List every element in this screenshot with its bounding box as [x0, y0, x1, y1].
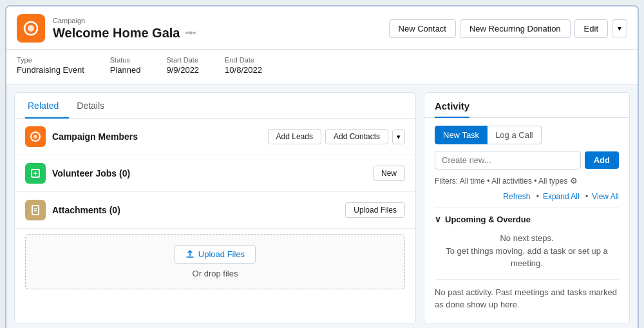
start-date-label: Start Date — [167, 56, 200, 64]
upcoming-empty: No next steps. To get things moving, add… — [435, 229, 619, 273]
header: Campaign Welcome Home Gala New Contact N… — [6, 6, 638, 50]
section-left: Campaign Members — [25, 126, 138, 147]
tab-related[interactable]: Related — [25, 93, 69, 119]
upload-drop-area: Upload Files Or drop files — [25, 234, 405, 289]
add-button[interactable]: Add — [585, 151, 619, 169]
status-value: Planned — [110, 65, 141, 75]
activity-header: Activity — [424, 93, 629, 118]
status-field: Status Planned — [110, 56, 141, 75]
type-value: Fundraising Event — [17, 65, 84, 75]
attachments-actions: Upload Files — [345, 202, 405, 218]
create-new-input[interactable] — [435, 151, 581, 169]
upcoming-line2: To get things moving, add a task or set … — [435, 245, 619, 270]
attachments-svg — [30, 204, 41, 216]
task-tabs: New Task Log a Call — [435, 126, 619, 144]
app-window: Campaign Welcome Home Gala New Contact N… — [5, 5, 639, 328]
tab-details[interactable]: Details — [74, 93, 115, 119]
campaign-members-title: Campaign Members — [52, 131, 138, 142]
type-field: Type Fundraising Event — [17, 56, 84, 75]
end-date-value: 10/8/2022 — [225, 65, 262, 75]
attachments-icon — [25, 200, 46, 220]
svg-point-2 — [189, 32, 193, 35]
members-svg — [30, 131, 41, 142]
attachments-section-left: Attachments (0) — [25, 200, 120, 220]
upcoming-title: ∨ Upcoming & Overdue — [435, 215, 619, 224]
upcoming-title-text: Upcoming & Overdue — [445, 215, 531, 224]
campaign-title-text: Welcome Home Gala — [53, 26, 180, 41]
new-contact-button[interactable]: New Contact — [389, 19, 456, 38]
dropdown-button[interactable]: ▾ — [612, 19, 627, 37]
activity-body: New Task Log a Call Add Filters: All tim… — [424, 118, 629, 323]
upcoming-line1: No next steps. — [435, 232, 619, 245]
attachments-title: Attachments (0) — [52, 205, 120, 215]
title-block: Campaign Welcome Home Gala — [53, 17, 196, 41]
expand-all-link[interactable]: Expand All — [543, 192, 588, 201]
tab-new-task[interactable]: New Task — [435, 126, 488, 144]
campaign-icon — [22, 19, 40, 37]
status-label: Status — [110, 56, 141, 64]
start-date-field: Start Date 9/9/2022 — [167, 56, 200, 75]
tabs: Related Details — [15, 93, 415, 119]
refresh-link[interactable]: Refresh — [503, 192, 539, 201]
filter-links: Refresh Expand All View All — [435, 192, 619, 201]
campaign-members-section: Campaign Members Add Leads Add Contacts … — [15, 119, 415, 155]
filters-row: Filters: All time • All activities • All… — [435, 176, 619, 186]
create-row: Add — [435, 151, 619, 169]
left-panel: Related Details Campaign Members — [14, 92, 416, 324]
end-date-field: End Date 10/8/2022 — [225, 56, 262, 75]
network-icon — [185, 27, 196, 39]
campaign-members-actions: Add Leads Add Contacts ▾ — [268, 129, 405, 144]
members-chevron-button[interactable]: ▾ — [392, 130, 405, 144]
right-panel: Activity New Task Log a Call Add Filters… — [424, 92, 630, 324]
svg-point-4 — [193, 32, 196, 34]
main-content: Related Details Campaign Members — [6, 84, 638, 328]
add-contacts-button[interactable]: Add Contacts — [325, 129, 388, 144]
start-date-value: 9/9/2022 — [167, 65, 200, 75]
svg-point-3 — [185, 32, 188, 34]
svg-point-1 — [28, 25, 34, 32]
end-date-label: End Date — [225, 56, 262, 64]
edit-button[interactable]: Edit — [574, 19, 608, 38]
upcoming-chevron-icon: ∨ — [435, 215, 441, 224]
app-icon — [17, 14, 45, 43]
campaign-label: Campaign — [53, 17, 196, 24]
gear-icon[interactable]: ⚙ — [570, 176, 578, 186]
attachments-section: Attachments (0) Upload Files — [15, 192, 415, 229]
volunteer-jobs-section: Volunteer Jobs (0) New — [15, 155, 415, 192]
campaign-title: Welcome Home Gala — [53, 26, 196, 41]
svg-point-8 — [33, 135, 37, 139]
volunteer-svg — [30, 168, 41, 179]
add-leads-button[interactable]: Add Leads — [268, 129, 321, 144]
drop-text: Or drop files — [193, 269, 238, 278]
view-all-link[interactable]: View All — [592, 192, 619, 201]
meta-row: Type Fundraising Event Status Planned St… — [6, 50, 638, 84]
volunteer-jobs-title: Volunteer Jobs (0) — [52, 168, 130, 178]
upload-files-button[interactable]: Upload Files — [175, 245, 256, 264]
tab-log-call[interactable]: Log a Call — [488, 126, 542, 144]
volunteer-actions: New — [373, 166, 405, 181]
filters-text: Filters: All time • All activities • All… — [435, 177, 567, 186]
past-activity-text: No past activity. Past meetings and task… — [435, 279, 619, 311]
upload-files-inline-button[interactable]: Upload Files — [345, 202, 405, 218]
type-label: Type — [17, 56, 84, 64]
header-actions: New Contact New Recurring Donation Edit … — [389, 19, 627, 38]
upload-files-label: Upload Files — [198, 249, 245, 259]
svg-rect-12 — [32, 206, 39, 215]
new-recurring-donation-button[interactable]: New Recurring Donation — [460, 19, 571, 38]
volunteer-jobs-icon — [25, 163, 46, 184]
campaign-members-icon — [25, 126, 46, 147]
upcoming-section: ∨ Upcoming & Overdue No next steps. To g… — [435, 207, 619, 273]
volunteer-section-left: Volunteer Jobs (0) — [25, 163, 130, 184]
activity-title: Activity — [435, 101, 469, 118]
new-volunteer-job-button[interactable]: New — [373, 166, 405, 181]
upload-icon — [185, 250, 194, 259]
header-left: Campaign Welcome Home Gala — [17, 14, 196, 43]
